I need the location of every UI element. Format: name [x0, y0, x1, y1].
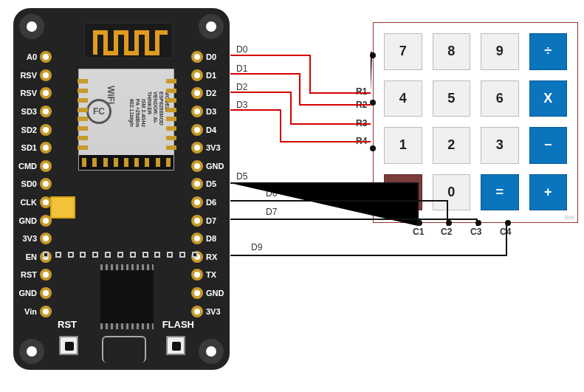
pin-ring — [40, 69, 52, 81]
pin-label: RX — [203, 252, 225, 261]
col-label-c3: C3 — [470, 227, 481, 237]
pin-ring — [40, 87, 52, 99]
usb-serial-chip — [100, 270, 154, 323]
pin-sd3: SD3 — [18, 103, 52, 121]
pin-ring — [191, 233, 203, 244]
keypad-col-pin — [505, 220, 511, 226]
keypad-grid: 789÷456X123−ON⁄C0=+ — [384, 33, 567, 210]
row-label-r4: R4 — [356, 136, 367, 146]
mount-hole — [19, 339, 44, 364]
pin-d2: D2 — [191, 84, 225, 103]
pin-d8: D8 — [191, 230, 225, 248]
esp8266-module: FC WiFi MODEL: ESP8266MOD VENDOR: AI-THI… — [78, 69, 174, 171]
key-8[interactable]: 8 — [433, 33, 471, 70]
calculator-keypad: 789÷456X123−ON⁄C0=+ BW — [373, 22, 578, 223]
pin-label: SD3 — [18, 107, 40, 116]
module-line: ISM 2.4GHz — [140, 99, 146, 127]
pin-sd0: SD0 — [18, 175, 52, 193]
micro-usb-port — [102, 336, 146, 362]
key-[interactable]: = — [481, 174, 519, 211]
gpio-silkscreen-row — [43, 252, 198, 265]
key-4[interactable]: 4 — [384, 80, 422, 117]
pin-cmd: CMD — [18, 157, 52, 176]
pin-label: RSV — [18, 71, 40, 80]
pin-ring — [40, 124, 52, 136]
left-pin-header: A0RSVRSVSD3SD2SD1CMDSD0CLKGND3V3ENRSTGND… — [18, 48, 52, 320]
key-7[interactable]: 7 — [384, 33, 422, 70]
smd-component — [50, 196, 75, 219]
pin-label-d2: D2 — [236, 82, 247, 92]
pin-label: RSV — [18, 89, 40, 97]
pin-ring — [40, 178, 52, 190]
keypad-col-pin — [475, 220, 481, 226]
watermark: BW — [565, 214, 574, 221]
pin-label: SD1 — [18, 143, 40, 152]
key-0[interactable]: 0 — [433, 174, 471, 211]
key-2[interactable]: 2 — [433, 127, 471, 164]
pin-ring — [191, 124, 203, 136]
pin-label: D0 — [203, 52, 225, 61]
pin-ring — [191, 287, 203, 299]
pin-label: D1 — [203, 71, 225, 80]
pin-3v3: 3V3 — [18, 230, 52, 248]
key-[interactable]: + — [529, 174, 568, 211]
pin-label: D7 — [203, 216, 225, 225]
pin-a0: A0 — [18, 48, 52, 66]
pin-rsv: RSV — [18, 66, 52, 85]
pin-d0: D0 — [191, 48, 225, 66]
pin-d3: D3 — [191, 103, 225, 121]
pin-rst: RST — [18, 266, 52, 284]
pin-gnd: GND — [18, 284, 52, 303]
pin-gnd: GND — [191, 284, 225, 303]
pin-label: D3 — [203, 107, 225, 116]
pin-d1: D1 — [191, 66, 225, 85]
right-pin-header: D0D1D2D3D43V3GNDD5D6D7D8RXTXGND3V3 — [191, 48, 225, 320]
key-6[interactable]: 6 — [481, 80, 519, 117]
pin-label: RST — [18, 270, 40, 279]
pin-ring — [191, 269, 203, 281]
key-onc[interactable]: ON⁄C — [384, 174, 422, 211]
pin-label-d7: D7 — [266, 207, 277, 217]
pin-ring — [40, 51, 52, 63]
pin-sd1: SD1 — [18, 139, 52, 157]
pin-ring — [191, 160, 203, 172]
pin-ring — [191, 215, 203, 227]
key-5[interactable]: 5 — [433, 80, 471, 117]
pin-clk: CLK — [18, 193, 52, 212]
col-label-c4: C4 — [500, 227, 511, 237]
pin-label: D5 — [203, 179, 225, 188]
col-label-c1: C1 — [413, 227, 424, 237]
pin-label: 3V3 — [203, 307, 225, 316]
key-9[interactable]: 9 — [481, 33, 519, 70]
keypad-row-pin — [370, 52, 376, 58]
pin-label: 3V3 — [203, 143, 225, 152]
antenna — [84, 23, 173, 58]
pin-label-d9: D9 — [251, 242, 262, 252]
key-3[interactable]: 3 — [481, 127, 519, 164]
pin-ring — [40, 287, 52, 299]
key-[interactable]: − — [529, 127, 568, 164]
flash-button[interactable] — [166, 336, 185, 355]
pin-ring — [191, 69, 203, 81]
pin-label: CMD — [18, 162, 40, 171]
keypad-col-pin — [416, 220, 422, 226]
wiring-diagram: FC WiFi MODEL: ESP8266MOD VENDOR: AI-THI… — [0, 0, 584, 392]
pin-d6: D6 — [191, 193, 225, 212]
pin-label: D4 — [203, 125, 225, 134]
pin-ring — [40, 160, 52, 172]
pin-label: EN — [18, 252, 40, 261]
pin-label: 3V3 — [18, 234, 40, 243]
pin-label: D8 — [203, 234, 225, 243]
mount-hole — [199, 339, 224, 364]
pin-gnd: GND — [18, 211, 52, 230]
key-x[interactable]: X — [529, 80, 568, 117]
key-1[interactable]: 1 — [384, 127, 422, 164]
pin-label: GND — [203, 162, 225, 171]
pin-ring — [191, 306, 203, 317]
key-[interactable]: ÷ — [529, 33, 568, 70]
rst-button[interactable] — [59, 336, 78, 355]
keypad-row-pin — [370, 145, 376, 151]
col-label-c2: C2 — [441, 227, 452, 237]
pin-ring — [40, 142, 52, 154]
mount-hole — [199, 14, 224, 39]
